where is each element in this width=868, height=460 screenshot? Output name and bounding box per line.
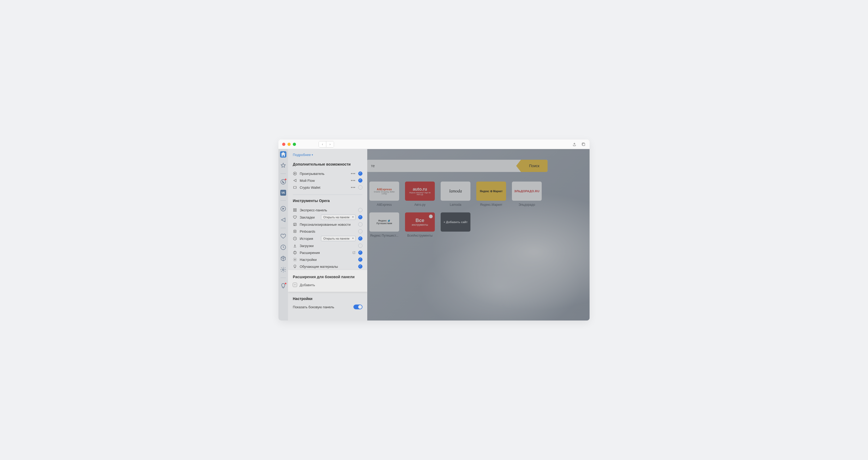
traffic-lights [282, 143, 296, 146]
tool-label: Персонализированные новости [300, 223, 355, 227]
add-extension-button[interactable]: + Добавить [293, 283, 363, 287]
tile-vseinstrumenty[interactable]: Всеинструменты ВсеИнструменты [405, 212, 435, 237]
close-window-button[interactable] [282, 143, 285, 146]
tool-row-settings[interactable]: Настройки [293, 256, 363, 263]
sidebar-bookmarks-icon[interactable] [280, 163, 286, 169]
tool-label: Pinboards [300, 229, 355, 233]
tool-label: История [300, 237, 318, 241]
workspace: VK Подробнее Дополнительные возможности … [278, 149, 590, 320]
share-icon[interactable] [572, 142, 577, 147]
maximize-window-button[interactable] [293, 143, 296, 146]
external-link-icon [352, 251, 355, 254]
tile-label: Авто.ру [414, 203, 426, 207]
section-ext-panel-title: Расширения для боковой панели [293, 275, 363, 279]
speed-dial-tiles: AliExpressSmarter Shopping, Better Livin… [369, 181, 545, 237]
tile-add-label: + Добавить сайт [441, 212, 470, 232]
tile-label: ВсеИнструменты [407, 234, 433, 237]
extras-row-crypto[interactable]: Crypto Wallet ••• [293, 184, 363, 191]
search-button[interactable]: Поиск [521, 160, 548, 172]
tile-sub: инструменты [412, 223, 428, 226]
extras-row-flow[interactable]: Мой Flow ••• [293, 177, 363, 184]
sidebar-history-icon[interactable] [280, 244, 286, 251]
show-sidebar-toggle[interactable] [353, 305, 363, 309]
toggle-check[interactable] [358, 178, 363, 182]
download-icon [293, 243, 297, 248]
open-mode-select[interactable]: Открыть на панели [321, 236, 355, 241]
tile-yandex-market[interactable]: Яндекс ⚙ Маркет Яндекс.Маркет [476, 181, 506, 207]
tool-row-extensions[interactable]: Расширения [293, 249, 363, 256]
toggle-check[interactable] [358, 222, 363, 227]
tool-row-express[interactable]: Экспресс-панель [293, 207, 363, 213]
plus-icon: + [293, 283, 297, 287]
more-link[interactable]: Подробнее [293, 153, 363, 157]
tile-logo: lamoda [441, 181, 470, 201]
sidebar-home-icon[interactable] [280, 151, 286, 157]
titlebar-actions [572, 142, 586, 147]
toggle-check[interactable] [358, 236, 363, 241]
section-tools-title: Инструменты Opera [293, 199, 363, 203]
toggle-check[interactable] [358, 171, 363, 176]
tile-logo: AliExpress [377, 188, 392, 191]
settings-section: Настройки Показать боковую панель [288, 292, 367, 309]
divider [293, 195, 363, 195]
search-input[interactable]: те [367, 160, 521, 172]
nav-buttons: ‹ › [318, 141, 334, 147]
tile-label: Эльдорадо [519, 203, 535, 207]
tile-autoru[interactable]: auto.ruИщешь машину? Иди на Авто.ру Авто… [405, 181, 435, 207]
toggle-check[interactable] [358, 251, 363, 255]
nav-forward-button[interactable]: › [326, 141, 334, 147]
tool-row-downloads[interactable]: Загрузки [293, 242, 363, 249]
toggle-check[interactable] [358, 243, 363, 248]
sidebar-vk-icon[interactable]: VK [280, 190, 286, 196]
tile-lamoda[interactable]: lamoda Lamoda [441, 181, 470, 207]
tool-row-learning[interactable]: Обучающие материалы [293, 263, 363, 270]
tile-logo: Все [415, 218, 424, 223]
svg-rect-8 [295, 209, 296, 210]
sidebar-divider [281, 200, 286, 201]
tile-logo: Яндекс ⚙ Маркет [476, 181, 506, 201]
tabs-icon[interactable] [581, 142, 586, 147]
minimize-window-button[interactable] [287, 143, 291, 146]
sidebar-flow-icon[interactable] [280, 217, 286, 223]
extras-label: Проигрыватель [300, 172, 348, 176]
sidebar-whatsapp-icon[interactable] [280, 179, 286, 185]
tile-aliexpress[interactable]: AliExpressSmarter Shopping, Better Livin… [369, 181, 399, 207]
tile-logo: ЭЛЬДОРАДО.RU [512, 181, 542, 201]
tool-row-history[interactable]: История Открыть на панели [293, 235, 363, 242]
tile-add-site[interactable]: + Добавить сайт [441, 212, 470, 237]
tool-row-pinboards[interactable]: Pinboards [293, 228, 363, 235]
show-sidebar-toggle-row: Показать боковую панель [293, 305, 363, 309]
toggle-check[interactable] [358, 264, 363, 268]
sidebar-tip-icon[interactable] [280, 283, 286, 289]
tile-label: AliExpress [377, 203, 392, 207]
more-dots[interactable]: ••• [351, 178, 355, 182]
open-mode-select[interactable]: Открыть на панели [321, 214, 355, 220]
sidebar-settings-icon[interactable] [280, 266, 286, 273]
toggle-check[interactable] [358, 185, 363, 190]
speed-dial-area: те Поиск AliExpressSmarter Shopping, Bet… [367, 149, 590, 320]
sidebar-player-icon[interactable] [280, 205, 286, 212]
pinboard-icon [293, 229, 297, 233]
toggle-check[interactable] [358, 257, 363, 262]
sidebar-cube-icon[interactable] [280, 255, 286, 262]
more-dots[interactable]: ••• [351, 185, 355, 190]
heart-icon [293, 215, 297, 219]
toggle-check[interactable] [358, 229, 363, 233]
browser-window: ‹ › VK Подробнее [278, 140, 590, 320]
tile-eldorado[interactable]: ЭЛЬДОРАДО.RU Эльдорадо [512, 181, 542, 207]
toggle-check[interactable] [358, 215, 363, 219]
svg-rect-0 [582, 143, 585, 146]
sidebar-settings-panel: Подробнее Дополнительные возможности Про… [288, 149, 367, 320]
svg-rect-7 [293, 209, 294, 210]
tool-label: Расширения [300, 251, 351, 255]
extras-row-player[interactable]: Проигрыватель ••• [293, 170, 363, 177]
tile-logo: Яндекс 🧳 Путешествия [369, 212, 399, 232]
tool-row-bookmarks[interactable]: Закладки Открыть на панели [293, 213, 363, 221]
more-dots[interactable]: ••• [351, 171, 355, 176]
toggle-check[interactable] [358, 208, 363, 212]
tile-yandex-travel[interactable]: Яндекс 🧳 Путешествия Яндекс Путешест... [369, 212, 399, 237]
tool-label: Обучающие материалы [300, 265, 355, 268]
tool-row-news[interactable]: Персонализированные новости [293, 221, 363, 228]
sidebar-heart-icon[interactable] [280, 233, 286, 239]
nav-back-button[interactable]: ‹ [319, 141, 326, 147]
